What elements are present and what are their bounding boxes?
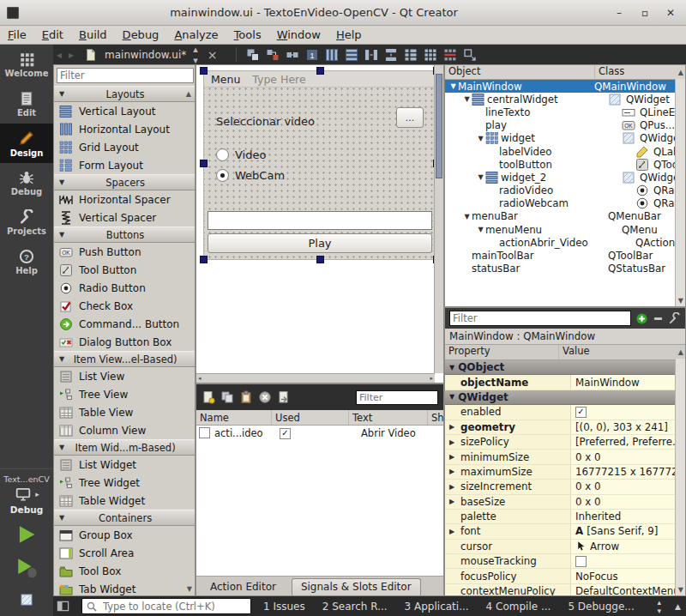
widget-item-tree-widget[interactable]: Tree Widget [54, 474, 195, 492]
forward-icon[interactable]: ▸ [65, 49, 77, 61]
expand-icon[interactable]: ▶ [449, 453, 454, 461]
toggle-sidebar-icon[interactable] [56, 599, 70, 613]
action-row-actiideo[interactable]: acti...ideo✓Abrir Video [196, 426, 443, 440]
mode-design[interactable]: Design [0, 124, 53, 163]
form-editor-canvas[interactable]: Menu Type Here Seleccionar video ... Vid… [196, 64, 444, 383]
menu-build[interactable]: Build [71, 27, 115, 43]
object-row-menuBar[interactable]: ▼menuBarQMenuBar [445, 210, 685, 223]
pane-expand-icon[interactable]: ▲ [670, 602, 686, 611]
form-body[interactable]: Seleccionar video ... Video WebCam Play [204, 87, 436, 259]
property-value[interactable]: 0 x 0 [575, 496, 601, 508]
layout-horizontal-splitter-icon[interactable] [364, 47, 379, 62]
property-row-focusPolicy[interactable]: focusPolicyNoFocus [445, 569, 685, 583]
widget-item-group-box[interactable]: Group Box [54, 526, 195, 544]
inspector-scroll-down-icon[interactable]: ▼ [678, 297, 683, 305]
form-menu-item[interactable]: Menu [211, 73, 240, 86]
object-row-actionAbrir_Video[interactable]: actionAbrir_VideoQAction [445, 236, 685, 249]
object-row-radioWebcam[interactable]: radioWebcamQRad...tton [445, 197, 685, 210]
document-tab[interactable]: mainwindow.ui* ▴▾ × [77, 44, 223, 66]
adjust-size-icon[interactable] [463, 47, 478, 62]
property-row-minimumSize[interactable]: ▶minimumSize0 x 0 [445, 450, 685, 464]
object-row-centralWidget[interactable]: ▼centralWidgetQWidget [445, 93, 685, 106]
widget-box-section-containers[interactable]: ▼Containers [54, 510, 195, 526]
mode-help[interactable]: ?Help [0, 242, 53, 281]
expand-icon[interactable]: ▶ [449, 423, 454, 431]
debug-run-button[interactable] [0, 551, 53, 583]
action-column-name[interactable]: Name [196, 410, 272, 425]
expander-icon[interactable]: ▼ [476, 135, 485, 142]
configure-icon[interactable] [668, 312, 681, 325]
property-value[interactable]: Inherited [575, 510, 621, 522]
close-document-icon[interactable]: × [205, 48, 220, 62]
expander-icon[interactable]: ▼ [462, 95, 472, 103]
widget-box-scroll-down-icon[interactable]: ▼ [187, 585, 192, 593]
widget-item-push-button[interactable]: OKPush Button [54, 243, 195, 261]
property-row-geometry[interactable]: ▶geometry[(0, 0), 303 x 241] [445, 420, 685, 435]
property-row-sizeIncrement[interactable]: ▶sizeIncrement0 x 0 [445, 480, 685, 494]
form-vertical-scrollbar[interactable] [434, 65, 443, 373]
edit-buddies-icon[interactable] [286, 47, 300, 62]
delete-action-icon[interactable] [258, 390, 272, 404]
inspector-scrollbar[interactable]: ▼ [675, 79, 685, 306]
property-row-font[interactable]: ▶fontA[Sans Serif, 9] [445, 524, 685, 539]
output-pane-5-debugge-[interactable]: 5 Debugge... [559, 601, 642, 613]
output-pane-1-issues[interactable]: 1 Issues [255, 601, 314, 613]
widget-item-column-view[interactable]: Column View [54, 421, 195, 439]
property-row-sizePolicy[interactable]: ▶sizePolicy[Preferred, Preferre... [445, 435, 685, 450]
selection-handle[interactable] [316, 67, 324, 75]
checkbox-checked-icon[interactable]: ✓ [575, 407, 587, 418]
tab-signals-slots-editor[interactable]: Signals & Slots Editor [292, 578, 421, 595]
selection-handle[interactable] [200, 160, 208, 167]
property-value[interactable]: NoFocus [575, 571, 618, 583]
layout-vertical-icon[interactable] [345, 47, 359, 62]
layout-grid-icon[interactable] [424, 47, 438, 62]
expand-icon[interactable]: ▶ [449, 468, 454, 475]
widget-item-command-button[interactable]: Command... Button [54, 315, 195, 333]
widget-item-list-widget[interactable]: List Widget [54, 456, 195, 474]
mode-welcome[interactable]: Welcome [0, 45, 53, 84]
selection-handle[interactable] [200, 256, 208, 263]
document-dropdown-icon[interactable]: ▴▾ [190, 44, 201, 66]
menu-tools[interactable]: Tools [226, 27, 269, 43]
expander-icon[interactable]: ▼ [462, 213, 472, 220]
expander-icon[interactable]: ▼ [476, 226, 485, 233]
object-row-toolButton[interactable]: toolButtonQToo...tton [445, 158, 685, 171]
widget-item-tree-view[interactable]: Tree View [54, 385, 195, 403]
property-filter-input[interactable] [449, 311, 631, 326]
inspector-scroll-up-icon[interactable]: ▲ [678, 69, 683, 76]
selection-handle[interactable] [316, 256, 324, 263]
form-radio-webcam[interactable]: WebCam [216, 169, 285, 182]
value-column-header[interactable]: Value [558, 345, 685, 359]
break-layout-icon[interactable] [443, 47, 458, 62]
action-column-used[interactable]: Used [272, 410, 349, 425]
widget-item-tab-widget[interactable]: Tab Widget [54, 580, 195, 596]
widget-box-section-layouts[interactable]: ▼Layouts▲ [54, 86, 195, 102]
run-button[interactable] [0, 518, 53, 551]
output-pane-3-applicati-[interactable]: 3 Applicati... [396, 601, 478, 613]
locator-box[interactable] [81, 598, 251, 614]
kit-selector[interactable]: ▸ [14, 486, 39, 502]
widget-item-check-box[interactable]: Check Box [54, 297, 195, 315]
menu-debug[interactable]: Debug [115, 27, 167, 43]
minimize-button[interactable]: – [609, 5, 629, 21]
object-row-radioVideo[interactable]: radioVideoQRad...tton [445, 184, 685, 197]
property-scroll-up-icon[interactable]: ▲ [678, 348, 683, 356]
widget-box-scroll-up-icon[interactable]: ▲ [186, 90, 191, 98]
section-collapse-icon[interactable]: ▼ [449, 393, 454, 401]
property-row-maximumSize[interactable]: ▶maximumSize16777215 x 16777215 [445, 465, 685, 480]
widget-item-form-layout[interactable]: Form Layout [54, 156, 195, 174]
form-label-video[interactable]: Seleccionar video [216, 115, 315, 128]
mode-debug[interactable]: Debug [0, 163, 53, 202]
property-value[interactable]: MainWindow [575, 377, 640, 389]
mode-projects[interactable]: Projects [0, 202, 53, 242]
expand-icon[interactable]: ▶ [449, 498, 454, 505]
property-row-mouseTracking[interactable]: mouseTracking [445, 554, 685, 569]
expand-icon[interactable]: ▶ [449, 483, 454, 491]
section-collapse-icon[interactable]: ▼ [449, 364, 454, 371]
pane-updown-icon[interactable]: ▴▾ [653, 598, 667, 615]
object-row-labelVideo[interactable]: labelVideoQLabel [445, 145, 685, 158]
edit-tab-order-icon[interactable]: 1 [305, 47, 320, 62]
form-horizontal-scrollbar[interactable]: ◂▸ [196, 373, 435, 383]
widget-box-section-spacers[interactable]: ▼Spacers [54, 174, 195, 190]
widget-item-scroll-area[interactable]: Scroll Area [54, 544, 195, 562]
